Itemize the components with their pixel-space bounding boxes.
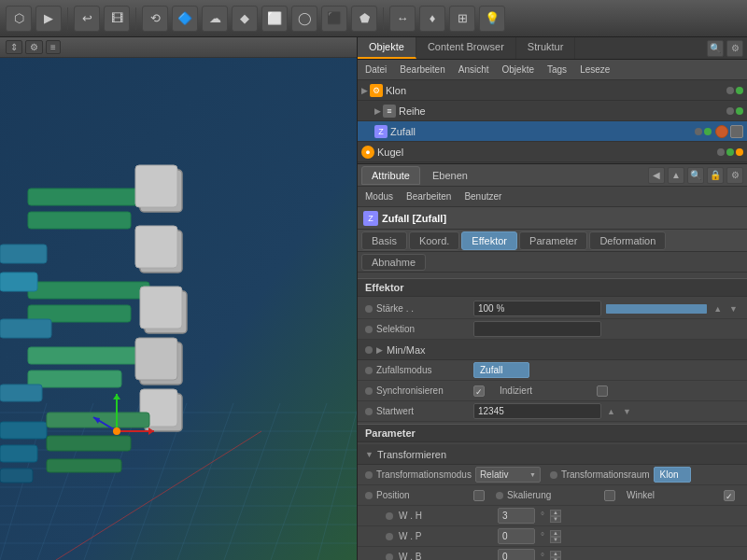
prop-tab-effektor[interactable]: Effektor [461,231,517,250]
obj-menu-ansicht[interactable]: Ansicht [455,63,493,77]
prop-dot-position [365,492,373,499]
kugel-icon: ● [361,146,374,159]
prop-slider-staerke[interactable] [605,303,708,315]
attr-menu-bearbeiten[interactable]: Bearbeiten [402,189,455,203]
stepper-down-staerke[interactable]: ▼ [727,304,740,314]
attr-back-btn[interactable]: ◀ [648,167,665,184]
collapse-min-max[interactable]: ▶ Min/Max [358,340,747,360]
viewport-3d[interactable]: ⇕ ⚙ ≡ [0,37,358,560]
prop-tab-parameter[interactable]: Parameter [519,231,587,250]
prop-slider-fill-staerke [606,304,707,314]
object-row-reihe[interactable]: ▶ ≡ Reihe [358,101,747,121]
tool-icon-13[interactable]: ↔ [389,6,416,32]
svg-rect-42 [47,436,131,451]
prop-input-wb[interactable] [498,549,535,560]
tool-icon-14[interactable]: ♦ [419,6,445,32]
stepper-down-wh[interactable]: ▼ [550,516,561,523]
obj-menu-leseze[interactable]: Leseze [576,63,613,77]
tab-ebenen[interactable]: Ebenen [422,166,478,185]
stepper-up-wh[interactable]: ▲ [550,510,561,516]
stepper-up-startwert[interactable]: ▲ [605,407,617,416]
viewport-settings[interactable]: ⚙ [25,40,43,54]
tool-icon-10[interactable]: ◯ [291,6,317,32]
stepper-down-wp[interactable]: ▼ [550,537,561,543]
attr-lock-btn[interactable]: 🔒 [707,167,724,184]
prop-unit-wp: ° [541,531,544,541]
attr-menu-modus[interactable]: Modus [361,189,397,203]
viewport-mode[interactable]: ≡ [46,40,61,54]
main-area: ⇕ ⚙ ≡ [0,37,747,560]
obj-menu-datei[interactable]: Datei [361,63,390,77]
top-tab-bar: Objekte Content Browser Struktur 🔍 ⚙ [358,37,747,60]
tool-icon-2[interactable]: ▶ [35,6,62,32]
checkbox-position[interactable] [473,490,485,501]
attr-up-btn[interactable]: ▲ [668,167,684,184]
top-panel-search[interactable]: 🔍 [707,40,724,57]
prop-label-transf-modus: Transformationsmodus [376,469,472,480]
prop-input-startwert[interactable] [473,403,601,419]
viewport-nav: ⇕ ⚙ ≡ [6,40,61,54]
tool-icon-7[interactable]: ☁ [202,6,228,32]
dropdown-transf-modus[interactable]: Relativ [475,467,541,483]
tool-icon-16[interactable]: 💡 [479,6,505,32]
tool-icon-9[interactable]: ⬜ [261,6,288,32]
obj-menu-tags[interactable]: Tags [543,63,571,77]
prop-label-wb: W . B [399,552,492,560]
checkbox-indiziert[interactable] [597,385,608,397]
prop-input-wp[interactable] [498,528,535,544]
collapse-arrow-minmax: ▶ [376,345,383,355]
obj-title-text: Zufall [Zufall] [382,213,446,224]
tab-objekte[interactable]: Objekte [358,37,416,59]
stepper-up-staerke[interactable]: ▲ [712,304,724,314]
object-row-kugel[interactable]: ● Kugel [358,142,747,162]
checkbox-sync[interactable] [473,385,485,397]
prop-dot-minmax [365,346,373,354]
tool-icon-15[interactable]: ⊞ [449,6,475,32]
prop-value-transf-raum[interactable]: Klon [654,467,691,483]
prop-input-staerke[interactable] [473,301,601,316]
tool-icon-6[interactable]: 🔷 [172,6,198,32]
tool-icon-1[interactable]: ⬡ [6,6,32,32]
object-row-klon[interactable]: ▶ ⚙ Klon [358,80,747,101]
tool-icon-3[interactable]: ↩ [74,6,100,32]
tool-icon-4[interactable]: 🎞 [104,6,130,32]
obj-menu-bearbeiten[interactable]: Bearbeiten [396,63,448,77]
stepper-up-wb[interactable]: ▲ [550,551,561,557]
prop-tab-koord[interactable]: Koord. [409,231,459,250]
stepper-up-wp[interactable]: ▲ [550,530,561,537]
prop-dot-wb [386,553,393,561]
prop-tab-basis[interactable]: Basis [361,231,407,250]
tab-attribute[interactable]: Attribute [361,166,420,185]
klon-icon: ⚙ [370,84,383,97]
prop-dropdown-zufallsmodus[interactable]: Zufall [473,362,529,378]
stepper-down-wb[interactable]: ▼ [550,557,561,561]
tab-content-browser[interactable]: Content Browser [416,37,516,59]
object-row-zufall[interactable]: Z Zufall [358,121,747,142]
checkbox-skalierung[interactable] [604,490,615,501]
top-panel-settings[interactable]: ⚙ [726,40,743,57]
attr-settings-btn[interactable]: ⚙ [726,167,743,184]
dot-3 [726,107,734,115]
stepper-wb: ▲ ▼ [550,551,561,561]
svg-rect-34 [0,245,47,263]
stepper-down-startwert[interactable]: ▼ [621,407,633,416]
attr-search-btn[interactable]: 🔍 [687,167,704,184]
obj-menu-objekte[interactable]: Objekte [499,63,538,77]
svg-rect-18 [28,189,149,205]
checkbox-winkel[interactable] [724,490,735,501]
tab-struktur[interactable]: Struktur [516,37,576,59]
prop-input-wh[interactable] [498,508,535,524]
collapse-transformieren[interactable]: ▼ Transformieren [358,444,747,465]
tool-icon-5[interactable]: ⟲ [142,6,168,32]
attr-menu-benutzer[interactable]: Benutzer [460,189,505,203]
prop-dot-skalierung [496,492,503,499]
prop-tab-abnahme[interactable]: Abnahme [361,254,426,271]
tool-icon-12[interactable]: ⬟ [351,6,377,32]
prop-tab-deformation[interactable]: Deformation [589,231,666,250]
prop-input-selektion[interactable] [473,321,601,337]
viewport-nav-arrows[interactable]: ⇕ [6,40,22,54]
stepper-wp: ▲ ▼ [550,530,561,543]
tool-icon-8[interactable]: ◆ [232,6,258,32]
zufall-sphere-icon [715,125,728,138]
tool-icon-11[interactable]: ⬛ [321,6,347,32]
